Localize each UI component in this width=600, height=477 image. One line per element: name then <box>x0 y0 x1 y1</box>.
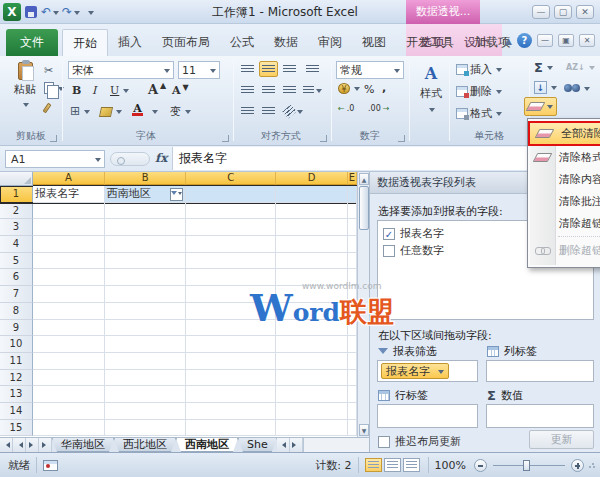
cell-E2[interactable] <box>348 203 357 220</box>
workbook-restore-button[interactable]: ▣ <box>558 34 574 47</box>
clear-menu-item-2[interactable]: 清除内容 <box>528 168 600 190</box>
number-dialog-launcher-icon[interactable] <box>398 135 405 142</box>
cell-C1[interactable] <box>186 186 276 203</box>
excel-app-icon[interactable]: X <box>3 3 21 21</box>
row-header-9[interactable]: 9 <box>0 320 33 337</box>
insert-function-button[interactable]: fx <box>155 151 167 165</box>
decrease-indent-button[interactable] <box>238 103 257 119</box>
cell-B11[interactable] <box>105 353 187 370</box>
decrease-decimal-button[interactable]: .00→ <box>368 104 389 113</box>
cell-A13[interactable] <box>33 386 105 403</box>
align-left-button[interactable] <box>238 82 257 98</box>
bold-button[interactable]: B <box>72 84 81 97</box>
column-header-C[interactable]: C <box>186 172 276 186</box>
cell-C14[interactable] <box>186 403 276 420</box>
ribbon-tab-4[interactable]: 数据 <box>264 29 308 56</box>
styles-button[interactable]: A 样式 <box>416 64 446 115</box>
underline-button[interactable]: U <box>110 84 129 97</box>
align-center-button[interactable] <box>259 82 278 98</box>
name-box[interactable]: A1 <box>5 150 105 168</box>
cell-B1[interactable]: 西南地区 <box>105 186 187 203</box>
row-header-4[interactable]: 4 <box>0 236 33 253</box>
cell-D8[interactable] <box>276 303 348 320</box>
paste-button[interactable]: 粘贴 <box>8 62 42 110</box>
alignment-dialog-launcher-icon[interactable] <box>320 135 327 142</box>
ribbon-tab-2[interactable]: 页面布局 <box>152 29 220 56</box>
cell-A11[interactable] <box>33 353 105 370</box>
cell-D5[interactable] <box>276 253 348 270</box>
page-layout-view-button[interactable] <box>384 458 401 472</box>
cell-C13[interactable] <box>186 386 276 403</box>
maximize-button[interactable]: ▢ <box>554 5 572 19</box>
cell-B6[interactable] <box>105 269 187 286</box>
cell-E3[interactable] <box>348 219 357 236</box>
format-cells-button[interactable]: 格式 <box>456 106 502 121</box>
cell-D7[interactable] <box>276 286 348 303</box>
cell-A14[interactable] <box>33 403 105 420</box>
cell-D2[interactable] <box>276 203 348 220</box>
cell-E12[interactable] <box>348 370 357 387</box>
cell-E14[interactable] <box>348 403 357 420</box>
help-button[interactable]: ? <box>517 33 532 48</box>
row-header-2[interactable]: 2 <box>0 203 33 220</box>
cell-A12[interactable] <box>33 370 105 387</box>
percent-style-button[interactable]: % <box>364 83 374 96</box>
row-header-8[interactable]: 8 <box>0 303 33 320</box>
row-header-7[interactable]: 7 <box>0 286 33 303</box>
page-break-view-button[interactable] <box>403 458 420 472</box>
cell-E13[interactable] <box>348 386 357 403</box>
cell-A9[interactable] <box>33 320 105 337</box>
cell-A1[interactable]: 报表名字 <box>33 186 105 203</box>
cell-D15[interactable] <box>276 420 348 437</box>
row-header-10[interactable]: 10 <box>0 336 33 353</box>
clear-menu-item-3[interactable]: 清除批注 <box>528 190 600 212</box>
qat-customize-button[interactable] <box>83 4 97 20</box>
sort-filter-button[interactable]: AZ↓ <box>566 62 595 73</box>
autosum-button[interactable]: Σ <box>534 60 553 75</box>
cell-E5[interactable] <box>348 253 357 270</box>
row-header-1[interactable]: 1 <box>0 186 33 203</box>
cell-C6[interactable] <box>186 269 276 286</box>
format-painter-button[interactable] <box>45 103 49 113</box>
cell-D12[interactable] <box>276 370 348 387</box>
cell-D9[interactable] <box>276 320 348 337</box>
orientation-button[interactable] <box>284 103 303 119</box>
scrollbar-thumb[interactable] <box>359 186 369 230</box>
zoom-level[interactable]: 100% <box>435 459 466 472</box>
collapse-ribbon-icon[interactable]: ▲ <box>505 36 512 46</box>
row-header-5[interactable]: 5 <box>0 253 33 270</box>
row-header-12[interactable]: 12 <box>0 370 33 387</box>
comma-style-button[interactable]: , <box>382 81 386 94</box>
file-tab[interactable]: 文件 <box>6 29 58 56</box>
contextual-tab-1[interactable]: 设计 <box>454 29 498 56</box>
workbook-close-button[interactable]: ✕ <box>579 34 595 47</box>
cell-B8[interactable] <box>105 303 187 320</box>
ribbon-tab-5[interactable]: 审阅 <box>308 29 352 56</box>
cell-C9[interactable] <box>186 320 276 337</box>
prev-sheet-button[interactable] <box>13 438 26 452</box>
cell-E8[interactable] <box>348 303 357 320</box>
cell-C10[interactable] <box>186 336 276 353</box>
clear-menu-item-0[interactable]: 全部清除 <box>528 121 600 146</box>
shrink-font-button[interactable]: A▼ <box>172 84 189 97</box>
cell-A5[interactable] <box>33 253 105 270</box>
cell-A8[interactable] <box>33 303 105 320</box>
cell-E10[interactable] <box>348 336 357 353</box>
increase-indent-button[interactable] <box>259 103 278 119</box>
ribbon-tab-0[interactable]: 开始 <box>62 29 108 56</box>
cell-B5[interactable] <box>105 253 187 270</box>
cell-B9[interactable] <box>105 320 187 337</box>
cell-C11[interactable] <box>186 353 276 370</box>
wrap-text-button[interactable] <box>303 61 322 77</box>
cell-D4[interactable] <box>276 236 348 253</box>
cell-B10[interactable] <box>105 336 187 353</box>
pivot-filter-button[interactable] <box>170 188 183 201</box>
column-header-E[interactable]: E <box>348 172 357 186</box>
fill-color-button[interactable] <box>100 106 122 117</box>
cell-A7[interactable] <box>33 286 105 303</box>
align-right-button[interactable] <box>280 82 299 98</box>
scroll-down-icon[interactable]: ▼ <box>359 424 369 436</box>
grow-font-button[interactable]: A▲ <box>148 82 166 97</box>
tab-scroll-right-button[interactable] <box>290 438 303 452</box>
cell-D14[interactable] <box>276 403 348 420</box>
